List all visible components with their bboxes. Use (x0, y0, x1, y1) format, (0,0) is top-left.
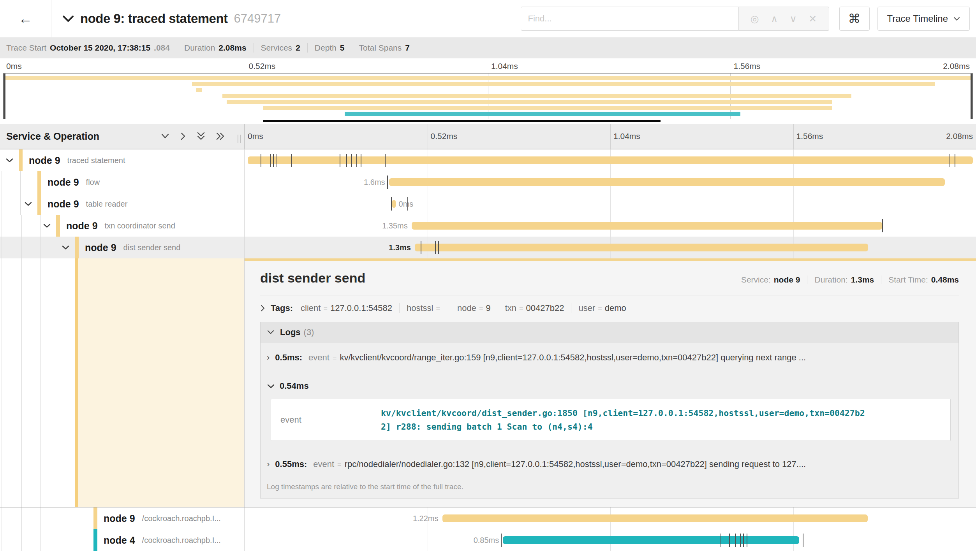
span-bar[interactable] (392, 200, 396, 208)
minimap-right-scrubber[interactable] (971, 74, 972, 119)
ruler-label-0.52ms: 0.52ms (431, 132, 458, 141)
tag-key: hostssl (407, 303, 433, 313)
span-name[interactable]: node 9table reader (48, 193, 127, 215)
scope-match-icon[interactable]: ◎ (750, 13, 759, 25)
summary-value: October 15 2020, 17:38:15 (50, 43, 150, 52)
log-expander-icon[interactable]: › (267, 459, 270, 469)
log-marker-tick (273, 154, 274, 167)
tag-equals: = (436, 304, 440, 312)
tree-guide-line (20, 193, 21, 215)
span-duration-label: 0.85ms (474, 529, 499, 551)
span-row-name-cell[interactable]: node 9table reader (0, 193, 245, 215)
expand-all-icon[interactable] (216, 132, 225, 141)
log-expander-icon[interactable]: › (267, 353, 270, 363)
log-marker-tick (950, 154, 950, 167)
page-title: node 9: traced statement (80, 11, 228, 26)
span-name[interactable]: node 9/cockroach.roachpb.I... (104, 507, 221, 529)
log-marker-tick (421, 241, 421, 254)
find-input[interactable] (521, 7, 739, 31)
span-rows-top: node 9traced statementnode 9flow1.6msnod… (0, 149, 976, 258)
detail-indent-band (75, 258, 78, 507)
span-row-name-cell[interactable]: node 9/cockroach.roachpb.I... (0, 507, 245, 529)
log-expanded-header[interactable]: 0.54ms (267, 381, 952, 391)
tag-equals: = (323, 304, 328, 312)
collapse-one-icon[interactable] (160, 133, 170, 139)
span-name[interactable]: node 9traced statement (29, 149, 125, 171)
span-row-name-cell[interactable]: node 9flow (0, 171, 245, 193)
service-name: node 9 (104, 513, 135, 524)
span-row-name-cell[interactable]: node 9txn coordinator send (0, 215, 245, 237)
logs-header[interactable]: Logs (3) (261, 322, 958, 342)
operation-name: table reader (86, 200, 128, 209)
span-name[interactable]: node 9dist sender send (85, 237, 180, 258)
span-row-name-cell[interactable]: node 9dist sender send (0, 237, 245, 258)
meta-separator (807, 276, 807, 284)
span-bar[interactable] (412, 222, 883, 230)
deep-link-icon[interactable] (947, 506, 957, 507)
span-row-name-cell[interactable]: node 9traced statement (0, 149, 245, 171)
tree-guide-line (59, 529, 59, 551)
log-marker-tick (361, 154, 361, 167)
timeline-inner: 1.35ms (248, 215, 973, 237)
service-color-bar (37, 171, 41, 193)
span-name[interactable]: node 4/cockroach.roachpb.I... (104, 529, 221, 551)
summary-label: Services (261, 43, 292, 52)
find-controls: ◎∧∨✕ (739, 7, 829, 31)
log-event-table: eventkv/kvclient/kvcoord/dist_sender.go:… (271, 399, 951, 441)
collapse-trace-header-icon[interactable] (62, 15, 74, 23)
row-expander-icon[interactable] (24, 202, 32, 207)
row-expander-icon[interactable] (62, 245, 70, 250)
log-field-value: rpc/nodedialer/nodedialer.go:132 [n9,cli… (345, 459, 806, 469)
minimap-span-bar (4, 76, 972, 80)
tree-guide-line (21, 507, 22, 529)
span-bar[interactable] (389, 178, 945, 186)
log-row[interactable]: ›0.5ms:event=kv/kvclient/kvcoord/range_i… (261, 342, 958, 373)
prev-match-icon[interactable]: ∧ (771, 13, 778, 25)
next-match-icon[interactable]: ∨ (790, 13, 797, 25)
minimap-viewport-bar[interactable] (263, 120, 661, 122)
log-marker-tick (407, 197, 408, 211)
back-button[interactable]: ← (0, 0, 51, 37)
timeline-ruler: 0ms0.52ms1.04ms1.56ms2.08ms (245, 124, 976, 149)
clear-find-icon[interactable]: ✕ (809, 13, 817, 25)
log-row[interactable]: ›0.55ms:event=rpc/nodedialer/nodedialer.… (261, 449, 958, 479)
column-resize-grip[interactable] (238, 135, 241, 143)
ruler-gridline (793, 124, 794, 149)
trace-view-select[interactable]: Trace Timeline (877, 7, 970, 31)
span-detail-panel: dist sender send Service:node 9Duration:… (245, 258, 976, 507)
row-expander-icon[interactable] (5, 158, 14, 163)
detail-indent-fill (78, 258, 244, 507)
log-marker-tick (743, 534, 744, 547)
summary-separator (307, 43, 308, 53)
meta-label: Start Time: (888, 275, 928, 284)
span-bar[interactable] (503, 536, 799, 544)
trace-summary-bar: Trace StartOctober 15 2020, 17:38:15.084… (0, 37, 976, 58)
minimap-canvas[interactable] (3, 73, 973, 119)
minimap-left-scrubber[interactable] (4, 74, 5, 119)
ruler-gridline (610, 124, 611, 149)
service-name: node 9 (29, 155, 60, 166)
trace-title-wrap: node 9: traced statement 6749717 (62, 11, 281, 26)
trace-view-label: Trace Timeline (887, 13, 948, 24)
service-color-bar (93, 507, 97, 529)
row-expander-icon[interactable] (43, 223, 51, 228)
meta-value: 1.3ms (851, 275, 874, 284)
span-detail-row: dist sender send Service:node 9Duration:… (0, 258, 976, 507)
span-row-name-cell[interactable]: node 4/cockroach.roachpb.I... (0, 529, 245, 551)
tree-guide-line (59, 507, 59, 529)
span-bar[interactable] (415, 244, 868, 251)
expand-one-icon[interactable] (180, 132, 186, 141)
operation-name: dist sender send (123, 243, 181, 252)
tags-row[interactable]: Tags: client=127.0.0.1:54582hostssl=node… (260, 303, 959, 313)
log-marker-tick (270, 154, 271, 167)
summary-item: Duration2.08ms (184, 43, 247, 53)
tree-guide-line (40, 258, 41, 507)
keyboard-shortcuts-button[interactable]: ⌘ (839, 7, 870, 31)
span-name[interactable]: node 9flow (48, 171, 100, 193)
tags-expander-icon[interactable] (260, 304, 265, 312)
top-bar: ← node 9: traced statement 6749717 ◎∧∨✕ … (0, 0, 976, 37)
trace-minimap: 0ms0.52ms1.04ms1.56ms2.08ms (0, 58, 976, 124)
collapse-all-icon[interactable] (196, 132, 206, 141)
span-bar[interactable] (442, 514, 868, 522)
span-name[interactable]: node 9txn coordinator send (66, 215, 175, 237)
